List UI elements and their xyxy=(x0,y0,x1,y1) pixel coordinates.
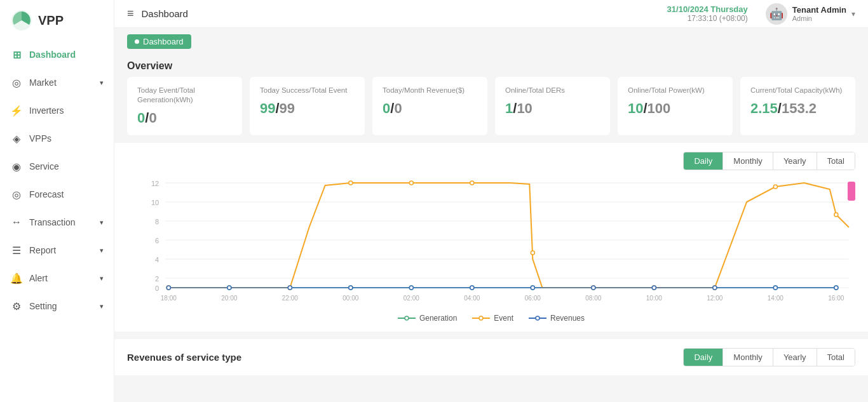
sidebar-item-label: Inverters xyxy=(29,105,64,116)
card-label: Today/Month Revenue($) xyxy=(383,86,477,95)
chart-legend: Generation Event Revenues xyxy=(127,314,855,323)
chart-tab-total[interactable]: Total xyxy=(817,152,855,170)
revenues-tab-group: DailyMonthlyYearlyTotal xyxy=(683,348,855,366)
sidebar-item-market[interactable]: ◎ Market ▾ xyxy=(0,69,114,97)
sidebar-item-inverters[interactable]: ⚡ Inverters xyxy=(0,97,114,124)
sidebar-item-label: Setting xyxy=(29,301,57,311)
card-online-ders: Online/Total DERs 1/10 xyxy=(495,77,610,135)
revenues-section: Revenues of service type DailyMonthlyYea… xyxy=(114,339,868,375)
svg-text:06:00: 06:00 xyxy=(525,295,541,302)
svg-point-41 xyxy=(349,181,353,185)
card-total: 153.2 xyxy=(782,100,817,116)
sidebar-item-dashboard[interactable]: ⊞ Dashboard xyxy=(0,41,114,69)
sidebar-item-vpps[interactable]: ◈ VPPs xyxy=(0,124,114,152)
legend-event: Event xyxy=(472,314,513,323)
setting-chevron-icon: ▾ xyxy=(100,302,104,311)
revenues-tab-yearly[interactable]: Yearly xyxy=(773,349,817,366)
card-today-success: Today Success/Total Event 99/99 xyxy=(250,77,365,135)
generation-legend-icon xyxy=(398,316,416,321)
card-today-event: Today Event/Total Generation(kWh) 0/0 xyxy=(127,77,242,135)
svg-point-44 xyxy=(531,251,534,255)
svg-point-59 xyxy=(713,286,717,290)
card-total: 0 xyxy=(394,100,402,116)
svg-point-48 xyxy=(773,185,777,189)
sidebar-item-alert[interactable]: 🔔 Alert ▾ xyxy=(0,264,114,292)
sidebar-item-forecast[interactable]: ◎ Forecast xyxy=(0,180,114,208)
user-info: Tenant Admin Admin xyxy=(792,5,846,22)
svg-text:08:00: 08:00 xyxy=(585,295,602,302)
dashboard-nav-icon: ⊞ xyxy=(10,48,23,61)
revenues-tab-total[interactable]: Total xyxy=(817,349,855,366)
sidebar-item-transaction[interactable]: ↔ Transaction ▾ xyxy=(0,208,114,236)
card-value: 0/0 xyxy=(137,110,232,126)
card-total: 100 xyxy=(648,100,671,116)
svg-rect-62 xyxy=(848,182,855,201)
svg-text:14:00: 14:00 xyxy=(768,295,784,302)
user-menu[interactable]: 🤖 Tenant Admin Admin ▾ xyxy=(766,3,855,25)
card-online-power: Online/Total Power(kW) 10/100 xyxy=(618,77,733,135)
sidebar: VPP ⊞ Dashboard ◎ Market ▾ ⚡ Inverters ◈… xyxy=(0,0,114,402)
sidebar-item-label: Forecast xyxy=(29,189,64,199)
user-chevron-icon: ▾ xyxy=(851,10,855,18)
breadcrumb-badge[interactable]: Dashboard xyxy=(127,34,191,49)
chart-area: 12 10 8 6 4 2 0 18:00 20:00 22:00 00:00 … xyxy=(127,177,855,310)
card-total: 10 xyxy=(517,100,532,116)
svg-point-61 xyxy=(834,286,838,290)
svg-text:02:00: 02:00 xyxy=(403,295,420,302)
revenues-legend-icon xyxy=(529,316,546,321)
svg-text:10: 10 xyxy=(151,199,159,206)
topbar-title: Dashboard xyxy=(142,8,188,19)
svg-point-50 xyxy=(166,286,170,290)
legend-revenues-label: Revenues xyxy=(550,314,585,323)
chart-tab-daily[interactable]: Daily xyxy=(684,152,723,170)
sidebar-item-label: Market xyxy=(29,77,57,88)
revenues-section-title: Revenues of service type xyxy=(127,352,241,363)
svg-point-51 xyxy=(227,286,231,290)
vpps-nav-icon: ◈ xyxy=(10,132,23,145)
legend-revenues: Revenues xyxy=(529,314,585,323)
svg-text:2: 2 xyxy=(155,275,159,283)
breadcrumb-dot xyxy=(135,39,139,44)
card-highlight: 99 xyxy=(260,100,275,116)
svg-text:18:00: 18:00 xyxy=(161,295,177,302)
topbar-date: 31/10/2024 Thursday xyxy=(667,4,748,14)
svg-text:8: 8 xyxy=(155,218,159,225)
svg-text:00:00: 00:00 xyxy=(342,295,359,302)
topbar-datetime: 31/10/2024 Thursday 17:33:10 (+08:00) xyxy=(667,4,748,23)
svg-text:10:00: 10:00 xyxy=(646,295,663,302)
sidebar-item-service[interactable]: ◉ Service xyxy=(0,152,114,180)
chart-tab-group: DailyMonthlyYearlyTotal xyxy=(683,152,855,170)
market-chevron-icon: ▾ xyxy=(100,79,104,87)
svg-point-49 xyxy=(834,213,838,217)
card-label: Online/Total DERs xyxy=(505,86,600,95)
sidebar-item-setting[interactable]: ⚙ Setting ▾ xyxy=(0,292,114,320)
card-highlight: 10 xyxy=(628,100,643,116)
svg-point-56 xyxy=(531,286,534,290)
sidebar-item-label: VPPs xyxy=(29,133,51,144)
card-total: 99 xyxy=(280,100,295,116)
card-label: Online/Total Power(kW) xyxy=(628,86,722,95)
svg-point-42 xyxy=(409,181,413,185)
svg-point-52 xyxy=(288,286,292,290)
sidebar-item-report[interactable]: ☰ Report ▾ xyxy=(0,236,114,264)
chart-tab-yearly[interactable]: Yearly xyxy=(773,152,817,170)
logo: VPP xyxy=(0,0,114,41)
menu-icon[interactable]: ≡ xyxy=(127,7,134,20)
svg-text:12:00: 12:00 xyxy=(707,295,723,302)
forecast-nav-icon: ◎ xyxy=(10,188,23,201)
svg-point-58 xyxy=(652,286,656,290)
revenues-tab-monthly[interactable]: Monthly xyxy=(723,349,773,366)
app-name: VPP xyxy=(38,13,64,28)
transaction-chevron-icon: ▾ xyxy=(100,218,104,227)
report-chevron-icon: ▾ xyxy=(100,246,104,255)
card-value: 2.15/153.2 xyxy=(750,100,845,117)
topbar: ≡ Dashboard 31/10/2024 Thursday 17:33:10… xyxy=(114,0,868,28)
sidebar-item-label: Dashboard xyxy=(29,50,76,60)
chart-header: DailyMonthlyYearlyTotal xyxy=(127,152,855,170)
breadcrumb: Dashboard xyxy=(114,28,868,55)
sidebar-item-label: Alert xyxy=(29,273,48,283)
card-label: Today Event/Total Generation(kWh) xyxy=(137,86,232,105)
revenues-tab-daily[interactable]: Daily xyxy=(684,349,723,366)
chart-tab-monthly[interactable]: Monthly xyxy=(723,152,773,170)
sidebar-item-label: Transaction xyxy=(29,217,76,227)
